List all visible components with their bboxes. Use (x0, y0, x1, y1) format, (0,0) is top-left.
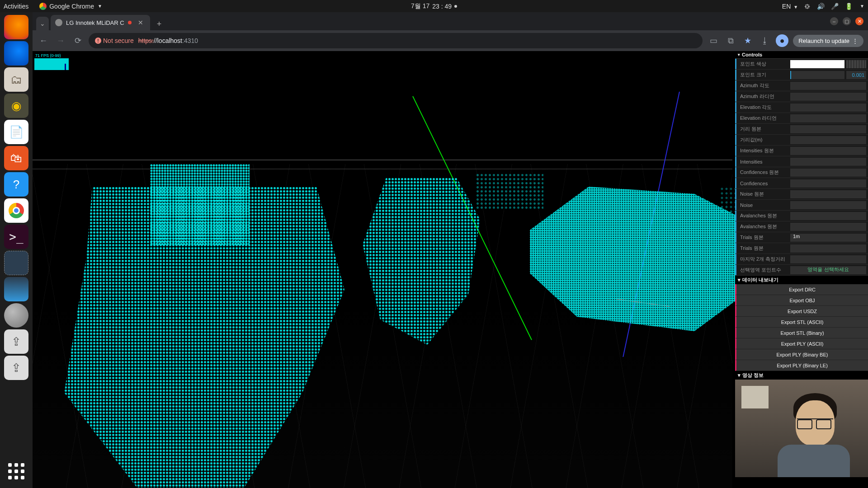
dock-files[interactable]: 🗂 (4, 67, 28, 92)
controls-section-header[interactable]: ▾Controls (735, 51, 868, 59)
profile-button[interactable]: ● (776, 34, 788, 47)
mic-blocked-icon[interactable]: ⧉ (724, 34, 737, 47)
dock-show-apps[interactable] (4, 459, 28, 483)
relaunch-label: Relaunch to update (798, 38, 849, 44)
dist-m-field[interactable] (790, 136, 866, 144)
noise-label: Noise (735, 200, 788, 210)
favicon-icon (55, 19, 62, 26)
elevation-rad-label: Elevation 라디언 (735, 113, 788, 123)
address-bar[interactable]: ! Not secure https://localhost:4310 (89, 33, 703, 48)
confidences-label: Confidences (735, 178, 788, 188)
trials-raw-field[interactable]: 1m (790, 234, 866, 242)
gnome-top-panel: Activities Google Chrome ▼ 7월 17 23 : 49… (0, 0, 868, 12)
dist-raw-label: 거리 원본 (735, 124, 788, 134)
dock-terminal[interactable]: >_ (4, 225, 28, 249)
chevron-down-icon[interactable]: ▼ (860, 4, 864, 9)
intensities-raw-label: Intensities 원본 (735, 145, 788, 156)
window-minimize-button[interactable]: – (830, 17, 838, 25)
noise-raw-label: Noise 원본 (735, 189, 788, 199)
export-stl-ascii-button[interactable]: Export STL (ASCII) (735, 317, 868, 328)
camera-preview (735, 380, 868, 477)
point-size-slider[interactable] (790, 71, 844, 79)
azimuth-rad-field[interactable] (790, 93, 866, 101)
ubuntu-dock: 🗂 ◉ 📄 🛍 ? >_ ⇪ ⇪ (0, 12, 33, 488)
volume-icon[interactable]: 🔊 (817, 3, 825, 10)
network-icon[interactable]: ⯐ (804, 3, 811, 10)
point-color-label: 포인트 색상 (735, 59, 788, 69)
dock-rhythmbox[interactable]: ◉ (4, 94, 28, 118)
window-close-button[interactable]: ✕ (855, 17, 863, 25)
browser-tab[interactable]: LG Innotek MLiDAR C ✕ (51, 15, 150, 30)
point-color-input[interactable] (790, 60, 844, 68)
dock-usb1[interactable]: ⇪ (4, 329, 28, 354)
elevation-rad-field[interactable] (790, 114, 866, 122)
kebab-icon: ⋮ (852, 38, 858, 44)
dock-imageviewer[interactable] (4, 277, 28, 301)
export-obj-button[interactable]: Export OBJ (735, 295, 868, 306)
confidences-raw-label: Confidences 원본 (735, 167, 788, 178)
export-stl-binary-button[interactable]: Export STL (Binary) (735, 328, 868, 338)
confidences-field[interactable] (790, 179, 866, 188)
dock-thunderbird[interactable] (4, 41, 28, 66)
relaunch-button[interactable]: Relaunch to update ⋮ (793, 35, 863, 47)
video-section-header[interactable]: ▾영상 정보 (735, 371, 868, 380)
elevation-deg-field[interactable] (790, 103, 866, 112)
export-section-header[interactable]: ▾데이터 내보내기 (735, 276, 868, 284)
controls-panel: ▾Controls 포인트 색상 포인트 크기0.001 Azimuth 각도 … (735, 51, 868, 488)
back-button[interactable]: ← (37, 34, 50, 47)
dock-firefox[interactable] (4, 15, 28, 39)
forward-button[interactable]: → (54, 34, 67, 47)
downloads-button[interactable]: ⭳ (759, 34, 771, 47)
window-maximize-button[interactable]: ▢ (843, 17, 851, 25)
noise-raw-field[interactable] (790, 190, 866, 198)
noise-field[interactable] (790, 201, 866, 209)
dock-help[interactable]: ? (4, 172, 28, 197)
bookmark-button[interactable]: ★ (741, 34, 754, 47)
confidences-raw-field[interactable] (790, 169, 866, 177)
dock-software[interactable]: 🛍 (4, 146, 28, 170)
export-ply-binary-be-button[interactable]: Export PLY (Binary BE) (735, 349, 868, 360)
avalanches-raw-label: Avalanches 원본 (735, 211, 788, 221)
dock-usb2[interactable]: ⇪ (4, 356, 28, 380)
mic-icon[interactable]: 🎤 (831, 3, 839, 10)
color-swatch[interactable] (846, 60, 866, 68)
search-tabs-button[interactable]: ⌄ (36, 17, 49, 30)
avalanches-raw2-field[interactable] (790, 223, 866, 231)
close-tab-button[interactable]: ✕ (138, 19, 143, 26)
lidar-viewport[interactable]: 71 FPS (0-99) ▾Controls 포인트 색상 포인트 크기0.0… (33, 51, 868, 488)
dock-app-gray[interactable] (4, 303, 28, 328)
intensities-field[interactable] (790, 158, 866, 166)
fps-meter: 71 FPS (0-99) (34, 53, 69, 70)
trials-raw2-field[interactable] (790, 244, 866, 253)
reload-button[interactable]: ⟳ (71, 34, 84, 47)
not-secure-label: Not secure (103, 37, 134, 44)
battery-icon[interactable]: 🔋 (845, 3, 853, 10)
export-ply-ascii-button[interactable]: Export PLY (ASCII) (735, 338, 868, 349)
security-indicator[interactable]: ! Not secure (95, 37, 134, 44)
export-usdz-button[interactable]: Export USDZ (735, 306, 868, 317)
fps-label: 71 FPS (0-99) (34, 53, 69, 58)
dist-raw-field[interactable] (790, 125, 866, 133)
activities-button[interactable]: Activities (4, 3, 28, 10)
azimuth-deg-field[interactable] (790, 82, 866, 90)
intensities-label: Intensities (735, 156, 788, 167)
dock-writer[interactable]: 📄 (4, 120, 28, 144)
last2-dist-field[interactable] (790, 255, 866, 263)
avalanches-raw-field[interactable] (790, 212, 866, 220)
intensities-raw-field[interactable] (790, 147, 866, 155)
clock[interactable]: 7월 17 23 : 49 (411, 2, 457, 10)
app-menu[interactable]: Google Chrome ▼ (39, 3, 102, 10)
point-size-value[interactable]: 0.001 (846, 71, 866, 79)
camera-icon[interactable]: ▭ (707, 34, 720, 47)
export-drc-button[interactable]: Export DRC (735, 284, 868, 295)
azimuth-rad-label: Azimuth 라디언 (735, 91, 788, 102)
sel-points-field[interactable]: 영역을 선택하세요 (790, 266, 866, 274)
lang-indicator[interactable]: EN ▼ (782, 3, 798, 10)
recording-icon (128, 21, 132, 24)
dock-chrome[interactable] (4, 198, 28, 223)
new-tab-button[interactable]: + (153, 18, 165, 30)
export-ply-binary-le-button[interactable]: Export PLY (Binary LE) (735, 360, 868, 371)
chrome-window: ⌄ LG Innotek MLiDAR C ✕ + – ▢ ✕ ← → ⟳ ! … (33, 12, 868, 488)
chevron-down-icon: ▾ (738, 52, 740, 57)
dock-screenshot[interactable] (4, 251, 28, 275)
